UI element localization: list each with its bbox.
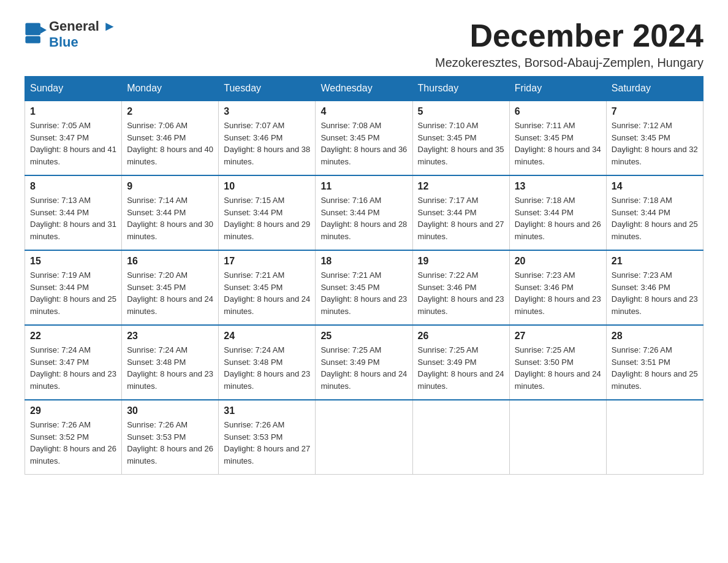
day-info: Sunrise: 7:06 AM Sunset: 3:46 PM Dayligh… (127, 120, 213, 167)
day-number: 28 (612, 331, 698, 342)
calendar-cell: 22 Sunrise: 7:24 AM Sunset: 3:47 PM Dayl… (25, 325, 122, 400)
calendar-cell: 1 Sunrise: 7:05 AM Sunset: 3:47 PM Dayli… (25, 101, 122, 175)
day-info: Sunrise: 7:20 AM Sunset: 3:45 PM Dayligh… (127, 269, 213, 317)
calendar-cell: 14 Sunrise: 7:18 AM Sunset: 3:44 PM Dayl… (606, 175, 703, 250)
day-info: Sunrise: 7:21 AM Sunset: 3:45 PM Dayligh… (224, 269, 310, 317)
day-number: 9 (127, 181, 213, 192)
calendar-cell: 3 Sunrise: 7:07 AM Sunset: 3:46 PM Dayli… (219, 101, 316, 175)
calendar-cell: 31 Sunrise: 7:26 AM Sunset: 3:53 PM Dayl… (219, 400, 316, 475)
calendar-week-row: 29 Sunrise: 7:26 AM Sunset: 3:52 PM Dayl… (25, 400, 703, 475)
day-info: Sunrise: 7:15 AM Sunset: 3:44 PM Dayligh… (224, 194, 310, 242)
day-info: Sunrise: 7:26 AM Sunset: 3:52 PM Dayligh… (30, 419, 116, 467)
calendar-cell: 7 Sunrise: 7:12 AM Sunset: 3:45 PM Dayli… (606, 101, 703, 175)
day-number: 17 (224, 256, 310, 267)
calendar-cell: 30 Sunrise: 7:26 AM Sunset: 3:53 PM Dayl… (122, 400, 219, 475)
day-number: 6 (515, 106, 601, 117)
calendar-cell: 4 Sunrise: 7:08 AM Sunset: 3:45 PM Dayli… (316, 101, 412, 175)
day-number: 3 (224, 106, 310, 117)
day-number: 21 (612, 256, 698, 267)
day-number: 18 (320, 256, 407, 267)
calendar-cell: 10 Sunrise: 7:15 AM Sunset: 3:44 PM Dayl… (219, 175, 316, 250)
calendar-cell (606, 400, 703, 475)
day-info: Sunrise: 7:26 AM Sunset: 3:53 PM Dayligh… (224, 419, 310, 467)
day-number: 25 (320, 331, 407, 342)
calendar-cell: 13 Sunrise: 7:18 AM Sunset: 3:44 PM Dayl… (509, 175, 606, 250)
day-info: Sunrise: 7:23 AM Sunset: 3:46 PM Dayligh… (612, 269, 698, 317)
calendar-cell: 11 Sunrise: 7:16 AM Sunset: 3:44 PM Dayl… (316, 175, 412, 250)
day-number: 29 (30, 405, 116, 416)
day-number: 20 (515, 256, 601, 267)
day-info: Sunrise: 7:25 AM Sunset: 3:50 PM Dayligh… (515, 344, 601, 392)
day-info: Sunrise: 7:08 AM Sunset: 3:45 PM Dayligh… (320, 120, 407, 167)
day-info: Sunrise: 7:18 AM Sunset: 3:44 PM Dayligh… (612, 194, 698, 242)
day-number: 31 (224, 405, 310, 416)
calendar-cell (509, 400, 606, 475)
calendar-cell: 23 Sunrise: 7:24 AM Sunset: 3:48 PM Dayl… (122, 325, 219, 400)
weekday-header-saturday: Saturday (606, 77, 703, 101)
page-header: General ► Blue December 2024 Mezokereszt… (25, 18, 703, 70)
calendar-cell: 20 Sunrise: 7:23 AM Sunset: 3:46 PM Dayl… (509, 250, 606, 325)
day-info: Sunrise: 7:13 AM Sunset: 3:44 PM Dayligh… (30, 194, 116, 242)
day-number: 5 (418, 106, 504, 117)
day-number: 12 (418, 181, 504, 192)
day-info: Sunrise: 7:24 AM Sunset: 3:48 PM Dayligh… (224, 344, 310, 392)
day-number: 2 (127, 106, 213, 117)
day-info: Sunrise: 7:16 AM Sunset: 3:44 PM Dayligh… (320, 194, 407, 242)
day-number: 27 (515, 331, 601, 342)
calendar-week-row: 1 Sunrise: 7:05 AM Sunset: 3:47 PM Dayli… (25, 101, 703, 175)
day-info: Sunrise: 7:11 AM Sunset: 3:45 PM Dayligh… (515, 120, 601, 167)
weekday-header-sunday: Sunday (25, 77, 122, 101)
calendar-cell: 17 Sunrise: 7:21 AM Sunset: 3:45 PM Dayl… (219, 250, 316, 325)
calendar-cell: 19 Sunrise: 7:22 AM Sunset: 3:46 PM Dayl… (412, 250, 509, 325)
calendar-cell: 8 Sunrise: 7:13 AM Sunset: 3:44 PM Dayli… (25, 175, 122, 250)
weekday-header-monday: Monday (122, 77, 219, 101)
day-info: Sunrise: 7:25 AM Sunset: 3:49 PM Dayligh… (418, 344, 504, 392)
logo: General ► Blue (25, 18, 116, 51)
weekday-header-wednesday: Wednesday (316, 77, 412, 101)
calendar-cell: 28 Sunrise: 7:26 AM Sunset: 3:51 PM Dayl… (606, 325, 703, 400)
day-info: Sunrise: 7:17 AM Sunset: 3:44 PM Dayligh… (418, 194, 504, 242)
day-info: Sunrise: 7:07 AM Sunset: 3:46 PM Dayligh… (224, 120, 310, 167)
calendar-cell: 21 Sunrise: 7:23 AM Sunset: 3:46 PM Dayl… (606, 250, 703, 325)
day-number: 7 (612, 106, 698, 117)
day-number: 24 (224, 331, 310, 342)
calendar-week-row: 15 Sunrise: 7:19 AM Sunset: 3:44 PM Dayl… (25, 250, 703, 325)
calendar-header-row: SundayMondayTuesdayWednesdayThursdayFrid… (25, 77, 703, 101)
calendar-cell: 18 Sunrise: 7:21 AM Sunset: 3:45 PM Dayl… (316, 250, 412, 325)
calendar-week-row: 22 Sunrise: 7:24 AM Sunset: 3:47 PM Dayl… (25, 325, 703, 400)
calendar-cell: 16 Sunrise: 7:20 AM Sunset: 3:45 PM Dayl… (122, 250, 219, 325)
day-info: Sunrise: 7:21 AM Sunset: 3:45 PM Dayligh… (320, 269, 407, 317)
calendar-cell: 26 Sunrise: 7:25 AM Sunset: 3:49 PM Dayl… (412, 325, 509, 400)
calendar-cell: 6 Sunrise: 7:11 AM Sunset: 3:45 PM Dayli… (509, 101, 606, 175)
location-subtitle: Mezokeresztes, Borsod-Abauj-Zemplen, Hun… (435, 56, 703, 70)
logo-icon (25, 22, 47, 44)
day-info: Sunrise: 7:10 AM Sunset: 3:45 PM Dayligh… (418, 120, 504, 167)
day-number: 30 (127, 405, 213, 416)
calendar-cell (316, 400, 412, 475)
calendar-cell: 27 Sunrise: 7:25 AM Sunset: 3:50 PM Dayl… (509, 325, 606, 400)
day-number: 11 (320, 181, 407, 192)
svg-rect-2 (25, 36, 40, 44)
weekday-header-thursday: Thursday (412, 77, 509, 101)
weekday-header-friday: Friday (509, 77, 606, 101)
calendar-week-row: 8 Sunrise: 7:13 AM Sunset: 3:44 PM Dayli… (25, 175, 703, 250)
day-number: 8 (30, 181, 116, 192)
logo-bottom: Blue (49, 34, 116, 50)
day-info: Sunrise: 7:26 AM Sunset: 3:51 PM Dayligh… (612, 344, 698, 392)
calendar-cell (412, 400, 509, 475)
logo-blue-text: ► (99, 18, 116, 34)
day-number: 22 (30, 331, 116, 342)
calendar-cell: 9 Sunrise: 7:14 AM Sunset: 3:44 PM Dayli… (122, 175, 219, 250)
day-info: Sunrise: 7:26 AM Sunset: 3:53 PM Dayligh… (127, 419, 213, 467)
calendar-cell: 25 Sunrise: 7:25 AM Sunset: 3:49 PM Dayl… (316, 325, 412, 400)
month-title: December 2024 (435, 18, 703, 53)
day-info: Sunrise: 7:12 AM Sunset: 3:45 PM Dayligh… (612, 120, 698, 167)
svg-rect-0 (25, 23, 40, 36)
day-info: Sunrise: 7:25 AM Sunset: 3:49 PM Dayligh… (320, 344, 407, 392)
day-number: 15 (30, 256, 116, 267)
calendar-cell: 24 Sunrise: 7:24 AM Sunset: 3:48 PM Dayl… (219, 325, 316, 400)
day-number: 14 (612, 181, 698, 192)
svg-marker-1 (40, 27, 47, 34)
day-number: 4 (320, 106, 407, 117)
day-number: 13 (515, 181, 601, 192)
